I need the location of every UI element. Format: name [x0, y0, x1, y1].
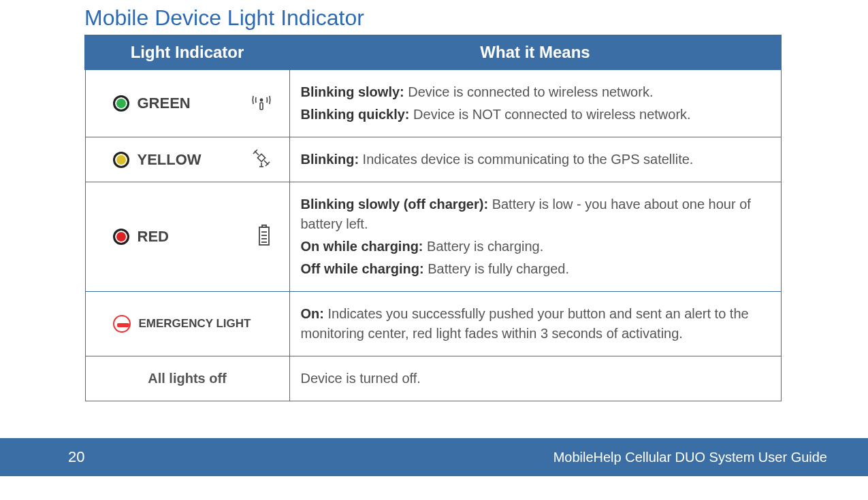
yellow-dot-icon — [113, 152, 129, 168]
page-number: 20 — [68, 448, 84, 466]
row-all-off: All lights off Device is turned off. — [85, 356, 781, 401]
svg-rect-2 — [257, 154, 265, 161]
emergency-item1-text: Indicates you successfully pushed your b… — [301, 306, 749, 341]
battery-icon — [257, 224, 278, 250]
red-item1-bold: Blinking slowly (off charger): — [301, 197, 489, 212]
yellow-label: YELLOW — [138, 151, 202, 169]
row-red: RED — [85, 182, 781, 292]
row-yellow: YELLOW Blinking: Indicates device is — [85, 137, 781, 182]
red-item3-bold: Off while charging: — [301, 261, 424, 276]
red-item2-text: Battery is charging. — [423, 239, 544, 254]
row-green: GREEN Blinking slowly: Device is conn — [85, 69, 781, 137]
indicator-table: Light Indicator What it Means GREEN — [84, 35, 782, 401]
red-label: RED — [138, 228, 169, 246]
red-item2-bold: On while charging: — [301, 239, 423, 254]
emergency-dot-icon — [113, 315, 131, 333]
red-item3-text: Battery is fully charged. — [424, 261, 569, 276]
green-item1-text: Device is connected to wireless network. — [404, 84, 654, 99]
footer: 20 MobileHelp Cellular DUO System User G… — [0, 438, 868, 476]
green-item2-text: Device is NOT connected to wireless netw… — [410, 107, 691, 122]
page-title: Mobile Device Light Indicator — [84, 5, 868, 31]
red-dot-icon — [113, 229, 129, 245]
row-emergency: EMERGENCY LIGHT On: Indicates you succes… — [85, 292, 781, 356]
yellow-item1-text: Indicates device is communicating to the… — [359, 152, 693, 167]
emergency-item1-bold: On: — [301, 306, 324, 321]
green-label: GREEN — [138, 95, 191, 112]
satellite-icon — [251, 148, 278, 171]
green-dot-icon — [113, 95, 129, 112]
svg-rect-1 — [260, 103, 263, 110]
all-off-label: All lights off — [85, 356, 289, 401]
green-item2-bold: Blinking quickly: — [301, 107, 410, 122]
col-indicator: Light Indicator — [85, 35, 289, 69]
guide-title: MobileHelp Cellular DUO System User Guid… — [553, 450, 827, 465]
signal-icon — [251, 90, 278, 117]
yellow-item1-bold: Blinking: — [301, 152, 359, 167]
green-item1-bold: Blinking slowly: — [301, 84, 404, 99]
all-off-text: Device is turned off. — [301, 369, 770, 388]
emergency-label: EMERGENCY LIGHT — [139, 317, 251, 331]
col-meaning: What it Means — [289, 35, 781, 69]
svg-point-0 — [260, 99, 262, 101]
